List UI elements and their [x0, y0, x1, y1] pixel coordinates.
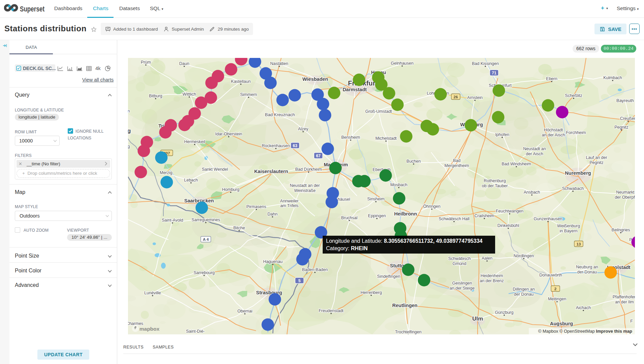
svg-text:Geislingen: Geislingen	[452, 281, 472, 286]
svg-text:Neumarkt in: Neumarkt in	[616, 190, 635, 195]
svg-text:Augsburg: Augsburg	[550, 321, 573, 326]
svg-text:Meitingen: Meitingen	[548, 297, 566, 301]
svg-text:Eppingen: Eppingen	[368, 213, 386, 218]
svg-text:Bad Kreuznach: Bad Kreuznach	[265, 112, 295, 117]
svg-text:Gunzenhausen: Gunzenhausen	[534, 217, 562, 221]
svg-text:26: 26	[454, 95, 458, 99]
svg-text:Aalen: Aalen	[482, 256, 492, 261]
svg-text:Bayreuth: Bayreuth	[616, 98, 634, 103]
svg-text:Neuburg an: Neuburg an	[576, 265, 598, 269]
svg-text:Haguenau: Haguenau	[263, 259, 283, 264]
svg-text:Homburg: Homburg	[222, 187, 239, 192]
svg-text:Schwabach: Schwabach	[562, 186, 584, 191]
svg-text:Dinkelsbühl: Dinkelsbühl	[497, 223, 519, 228]
svg-text:Ulm: Ulm	[472, 316, 483, 322]
svg-text:Merzig: Merzig	[160, 170, 172, 175]
svg-text:Arnstein: Arnstein	[467, 95, 483, 100]
svg-text:Beilngries: Beilngries	[612, 228, 630, 232]
svg-text:Nördlingen: Nördlingen	[514, 254, 534, 258]
svg-text:Forchheim: Forchheim	[566, 130, 586, 135]
svg-text:Charmes: Charmes	[128, 321, 143, 326]
svg-text:Groß-Umstadt: Groß-Umstadt	[365, 109, 392, 114]
svg-text:Trochtelfingen: Trochtelfingen	[395, 330, 422, 334]
svg-text:Gelnhausen: Gelnhausen	[391, 61, 413, 66]
svg-text:Sindelfingen: Sindelfingen	[377, 274, 400, 279]
svg-text:F: F	[630, 319, 633, 324]
svg-text:Bad Dürkheim: Bad Dürkheim	[295, 167, 322, 172]
svg-text:Pegnitz: Pegnitz	[589, 160, 604, 165]
svg-text:Annweiler: Annweiler	[280, 199, 299, 203]
svg-text:Gmünd: Gmünd	[453, 261, 466, 266]
svg-text:Dillingen an: Dillingen an	[513, 287, 535, 292]
svg-text:Heidenheim: Heidenheim	[481, 273, 503, 278]
svg-text:71: 71	[492, 71, 496, 75]
svg-text:Reutlingen: Reutlingen	[392, 303, 418, 308]
svg-text:Hermeskeil: Hermeskeil	[184, 139, 205, 144]
svg-text:Sarrebourg: Sarrebourg	[194, 270, 215, 275]
svg-text:63: 63	[293, 143, 297, 148]
svg-text:Donauwörth: Donauwörth	[539, 273, 562, 277]
svg-text:Darmstadt: Darmstadt	[343, 87, 367, 92]
svg-text:Pirmasens: Pirmasens	[246, 204, 266, 209]
svg-text:der Donau: der Donau	[514, 292, 534, 297]
svg-text:Lunéville: Lunéville	[144, 291, 161, 295]
svg-text:Simmern: Simmern	[240, 92, 257, 97]
svg-text:mapbox: mapbox	[139, 326, 160, 332]
svg-text:Dahn: Dahn	[267, 212, 278, 217]
svg-text:in Bayern: in Bayern	[560, 229, 578, 233]
svg-text:Günzburg: Günzburg	[495, 310, 514, 315]
svg-text:Pfaffenhofen: Pfaffenhofen	[613, 295, 635, 299]
svg-text:© Mapbox © OpenStreetMap Impro: © Mapbox © OpenStreetMap Improve this ma…	[538, 329, 632, 334]
svg-text:Michelstadt: Michelstadt	[375, 136, 397, 141]
svg-text:an der Aisch: an der Aisch	[542, 133, 565, 137]
svg-text:Rothenburg: Rothenburg	[484, 178, 506, 183]
svg-text:Pegnitz: Pegnitz	[614, 125, 629, 130]
svg-text:Saint-Avold: Saint-Avold	[162, 218, 183, 223]
svg-text:Baden-Baden: Baden-Baden	[302, 267, 328, 272]
svg-text:Lauf an der: Lauf an der	[586, 155, 607, 160]
svg-text:Höchstadt: Höchstadt	[544, 128, 563, 132]
svg-text:Crailsheim: Crailsheim	[474, 213, 494, 218]
svg-text:2: 2	[554, 287, 556, 291]
svg-text:Bad: Bad	[453, 158, 460, 163]
svg-text:Iphofen: Iphofen	[495, 132, 509, 137]
svg-text:rg: rg	[128, 128, 131, 134]
svg-text:Feuchtwangen: Feuchtwangen	[496, 209, 523, 213]
svg-text:Freudenstadt: Freudenstadt	[319, 308, 344, 313]
svg-text:Weißenburg: Weißenburg	[557, 224, 580, 228]
svg-text:A 4: A 4	[203, 237, 209, 241]
svg-text:Weinstraße: Weinstraße	[294, 188, 316, 193]
svg-text:Wittlich: Wittlich	[183, 92, 196, 97]
svg-text:Ansbach: Ansbach	[524, 190, 540, 195]
svg-text:Kastellaun: Kastellaun	[231, 79, 251, 84]
svg-text:Neustadt an: Neustadt an	[523, 146, 546, 151]
svg-text:Bruchsal: Bruchsal	[341, 216, 358, 220]
svg-text:Wiesbaden: Wiesbaden	[302, 76, 328, 82]
svg-text:rg: rg	[128, 144, 130, 149]
svg-text:Nastätten: Nastätten	[270, 61, 288, 66]
svg-text:Bad Kissingen: Bad Kissingen	[472, 61, 499, 66]
svg-text:Mergentheim: Mergentheim	[445, 163, 469, 168]
svg-text:Lebach: Lebach	[184, 178, 198, 183]
svg-text:Sankt Wendel: Sankt Wendel	[202, 167, 228, 172]
svg-text:Neustadt an der: Neustadt an der	[290, 183, 320, 188]
svg-text:an der Steige: an der Steige	[450, 286, 475, 291]
svg-text:Heilbronn: Heilbronn	[394, 211, 417, 217]
svg-text:Nuremberg: Nuremberg	[565, 170, 591, 176]
svg-text:Prüm: Prüm	[141, 60, 151, 65]
svg-text:Buchen: Buchen	[407, 159, 421, 164]
svg-text:Bitburg: Bitburg	[149, 94, 162, 98]
svg-text:der Oberpfalz: der Oberpfalz	[615, 195, 635, 200]
svg-text:Creußen: Creußen	[620, 116, 635, 121]
svg-text:an der Brenz: an der Brenz	[480, 278, 504, 283]
svg-text:am Trifels: am Trifels	[280, 203, 298, 208]
svg-text:Daun: Daun	[179, 61, 189, 66]
svg-text:häusel: häusel	[338, 197, 350, 202]
svg-text:Aichach: Aichach	[576, 305, 591, 310]
svg-text:Sarreguemines: Sarreguemines	[192, 218, 220, 222]
svg-text:Sinsheim: Sinsheim	[367, 197, 384, 201]
svg-text:Bad Windsheim: Bad Windsheim	[502, 162, 531, 166]
svg-text:Obernai: Obernai	[237, 309, 252, 313]
svg-text:Alzey: Alzey	[298, 127, 309, 131]
svg-text:Idar-Oberstein: Idar-Oberstein	[215, 132, 242, 136]
